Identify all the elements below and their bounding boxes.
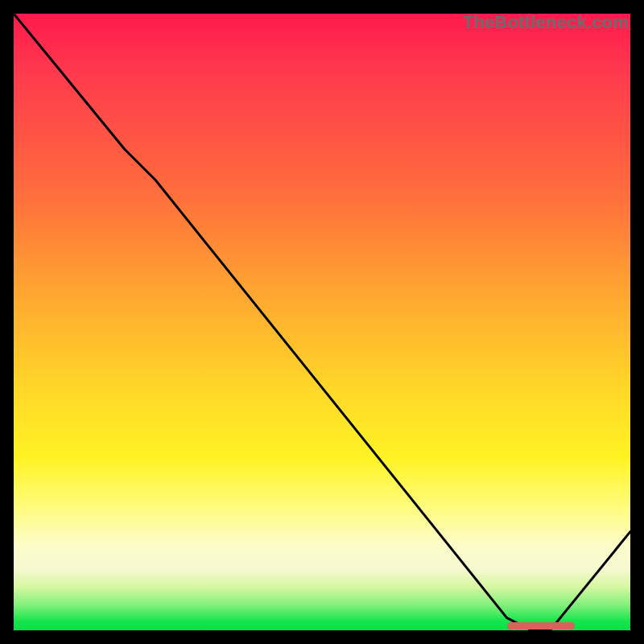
curve-path — [14, 14, 630, 630]
optimal-range-marker — [507, 622, 575, 630]
plot-area: TheBottleneck.com — [14, 14, 630, 630]
bottleneck-curve — [14, 14, 630, 630]
chart-frame: TheBottleneck.com — [0, 0, 644, 644]
